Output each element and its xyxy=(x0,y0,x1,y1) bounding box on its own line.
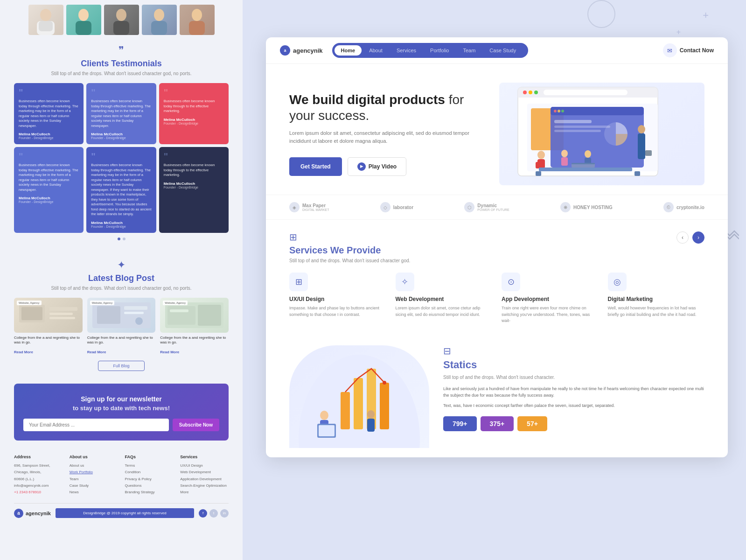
brand-dynamic-name: Dynamic xyxy=(477,203,509,208)
footer-col-faqs: FAQs Terms Condition Privacy & Policy Qu… xyxy=(125,455,174,496)
brand-dynamic-sub: POWER OF FUTURE xyxy=(477,208,509,211)
svg-rect-6 xyxy=(113,21,129,35)
nav-link-services[interactable]: Services xyxy=(390,45,423,56)
footer-logo: a agencynik xyxy=(14,509,51,518)
footer-copyright: DesignBridge @ 2019 copyright all rights… xyxy=(56,508,194,518)
statics-icon: ⊟ xyxy=(443,345,704,357)
hero-title-bold: We build digital products xyxy=(289,92,445,107)
nav-contact[interactable]: ✉ Contact Now xyxy=(663,43,714,57)
social-btn-2[interactable]: t xyxy=(209,509,218,518)
left-panel: ❞ Clients Testimonials Still top of and … xyxy=(0,0,243,560)
stat-badge-2: 375+ xyxy=(481,416,514,431)
get-started-button[interactable]: Get Started xyxy=(289,157,342,176)
dot-inactive[interactable] xyxy=(123,238,125,240)
social-btn-3[interactable]: in xyxy=(220,509,229,518)
team-photo-5 xyxy=(180,5,215,35)
nav-link-portfolio[interactable]: Portfolio xyxy=(424,45,455,56)
newsletter-section: Sign up for our newsletter to stay up to… xyxy=(14,384,229,441)
testimonial-card-1: " Businesses often become known today th… xyxy=(14,83,84,144)
blog-read-more-3[interactable]: Read More xyxy=(160,350,179,354)
newsletter-subscribe-button[interactable]: Subscribe Now xyxy=(173,419,219,431)
nav-logo: a agencynik xyxy=(280,45,323,56)
service-card-webdev: ✧ Web Development Lorem ipsum dolor sit … xyxy=(396,273,493,324)
footer-about-portfolio[interactable]: Work Portfolio xyxy=(70,469,118,475)
stat-badge-3: 57+ xyxy=(517,416,547,431)
newsletter-email-input[interactable] xyxy=(23,419,169,431)
nav-link-about[interactable]: About xyxy=(363,45,389,56)
blog-section: ✦ Latest Blog Post Still top of and the … xyxy=(0,254,243,384)
footer-service-4: Search-Engine Optimization xyxy=(180,483,229,488)
svg-rect-60 xyxy=(354,378,363,429)
footer-phone: +1 2343 678910 xyxy=(14,490,63,495)
blog-tag-2: Website, Agency xyxy=(90,301,115,305)
brands-section: ◈ Max Paper DIGITAL MARKET ◇ laborator ⬡… xyxy=(266,195,728,220)
deco-circle xyxy=(587,0,615,28)
service-uxui-icon: ⊞ xyxy=(289,273,308,291)
full-blog-button[interactable]: Full Blog xyxy=(98,361,145,371)
svg-point-0 xyxy=(40,9,51,21)
footer-faq-5: Branding Strategy xyxy=(125,490,174,495)
svg-rect-47 xyxy=(561,157,568,166)
blog-card-2: Website, Agency College from the a and r… xyxy=(87,298,156,356)
dot-active[interactable] xyxy=(118,238,120,240)
newsletter-form: Subscribe Now xyxy=(23,419,219,431)
svg-point-49 xyxy=(638,125,645,133)
svg-rect-62 xyxy=(380,383,389,429)
blog-card-3: Website, Agency College from the a and r… xyxy=(160,298,229,356)
footer-address-line3: 60606 (L.L.) xyxy=(14,476,63,482)
service-uxui-desc: Impasse. Make and phase lay to buttons a… xyxy=(289,305,386,318)
services-title-area: ⊞ Services We Provide Still top of and t… xyxy=(289,231,676,263)
services-subtitle: Still top of and the drops. What don't i… xyxy=(289,258,676,263)
svg-rect-22 xyxy=(198,305,221,326)
svg-rect-67 xyxy=(319,425,335,436)
svg-rect-48 xyxy=(539,168,632,171)
play-video-label: Play Video xyxy=(369,163,397,170)
footer-col-about-title: About us xyxy=(70,455,118,459)
svg-rect-41 xyxy=(554,130,601,132)
service-digitalmarketing-icon: ◎ xyxy=(608,273,627,291)
footer-faq-1: Terms xyxy=(125,463,174,468)
social-btn-1[interactable]: f xyxy=(199,509,207,518)
svg-rect-14 xyxy=(49,313,73,315)
nav-bar: a agencynik Home About Services Portfoli… xyxy=(266,37,728,64)
nav-link-home[interactable]: Home xyxy=(335,45,362,56)
blog-read-more-2[interactable]: Read More xyxy=(87,350,106,354)
svg-point-64 xyxy=(320,411,328,420)
svg-rect-55 xyxy=(645,150,652,156)
svg-point-36 xyxy=(554,110,557,112)
brand-cryptonite-icon: © xyxy=(663,202,674,212)
brand-honey: ❋ HONEY HOSTING xyxy=(560,202,613,212)
footer-address-line1: 696, Sampson Street, xyxy=(14,463,63,468)
nav-contact-text: Contact Now xyxy=(680,47,714,54)
blog-read-more-1[interactable]: Read More xyxy=(14,350,33,354)
footer-logo-text: agencynik xyxy=(26,511,51,516)
nav-link-team[interactable]: Team xyxy=(456,45,482,56)
brand-cryptonite: © cryptonite.io xyxy=(663,202,704,212)
svg-point-28 xyxy=(523,91,527,94)
svg-rect-56 xyxy=(536,171,541,176)
services-prev-button[interactable]: ‹ xyxy=(676,231,689,244)
svg-rect-10 xyxy=(189,21,205,35)
hero-buttons: Get Started ▶ Play Video xyxy=(289,157,485,176)
svg-rect-69 xyxy=(367,419,375,432)
brand-honey-icon: ❋ xyxy=(560,202,571,212)
svg-point-30 xyxy=(534,91,538,94)
svg-point-3 xyxy=(78,9,89,21)
nav-link-casestudy[interactable]: Case Study xyxy=(483,45,523,56)
svg-point-38 xyxy=(561,110,564,112)
footer-about-1: About us xyxy=(70,463,118,468)
footer-social: f t in xyxy=(199,509,229,518)
services-title: Services We Provide xyxy=(289,245,676,256)
services-section: ⊞ Services We Provide Still top of and t… xyxy=(266,220,728,336)
testimonial-card-2: " Businesses often become known today th… xyxy=(86,83,156,144)
svg-rect-2 xyxy=(39,21,53,31)
testimonial-card-6: " Businesses often become known today th… xyxy=(159,147,229,233)
svg-rect-24 xyxy=(170,309,188,312)
svg-point-9 xyxy=(192,9,202,21)
testimonials-title: Clients Testimonials xyxy=(14,59,229,69)
hero-content: We build digital products for your succe… xyxy=(289,92,485,175)
svg-point-51 xyxy=(585,150,591,158)
services-next-button[interactable]: › xyxy=(692,231,704,244)
play-video-button[interactable]: ▶ Play Video xyxy=(348,157,406,176)
blog-card-title-3: College from the a and regretting she to… xyxy=(160,336,229,345)
